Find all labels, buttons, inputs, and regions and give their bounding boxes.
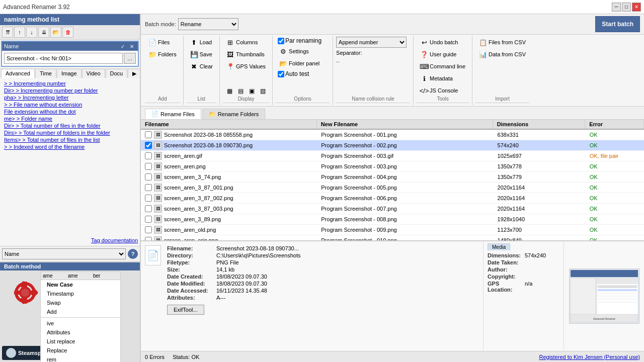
tab-video[interactable]: Video: [82, 69, 105, 78]
menu-columns-button[interactable]: ⊞ Columns: [223, 37, 269, 48]
method-incrementing-number-folder[interactable]: Dir> > Incrementing number per folder: [2, 87, 138, 94]
file-cell-newname: Program Screenshot - 007.png: [317, 205, 493, 213]
table-row[interactable]: 🖼 screen_aren_3_74.png Program Screensho…: [141, 172, 644, 183]
media-tab[interactable]: Media: [488, 243, 510, 250]
batch-menu-list-replace[interactable]: List replace: [41, 337, 120, 346]
name-browse-button[interactable]: …: [124, 53, 136, 64]
file-checkbox[interactable]: [145, 237, 152, 240]
filename-column-header[interactable]: Filename: [141, 120, 317, 129]
folder-panel-button[interactable]: 📂 Folder panel: [276, 58, 330, 69]
tab-time[interactable]: Time: [35, 69, 56, 78]
exif-tool-button[interactable]: ExifTool...: [167, 305, 204, 315]
name-input[interactable]: [4, 53, 123, 64]
move-up-button[interactable]: ↑: [14, 27, 25, 38]
close-button[interactable]: ✕: [632, 3, 641, 12]
method-filename-no-ext[interactable]: > > File name without extension: [2, 101, 138, 108]
js-console-button[interactable]: </> JS Console: [417, 85, 469, 96]
menu-folders-button[interactable]: 📁 Folders: [145, 49, 180, 60]
batch-menu-rem[interactable]: rem: [41, 355, 120, 362]
rename-folders-tab[interactable]: 📁 Rename Folders: [202, 109, 265, 119]
batch-menu-ive[interactable]: ive: [41, 319, 120, 328]
method-folder-name[interactable]: me> > Folder name: [2, 115, 138, 122]
tab-advanced[interactable]: Advanced: [1, 69, 35, 78]
metadata-button[interactable]: ℹ Metadata: [417, 73, 469, 84]
table-row[interactable]: 🖼 screen_aren_3_87_002.png Program Scree…: [141, 193, 644, 204]
file-checkbox[interactable]: [145, 173, 152, 180]
menu-files-button[interactable]: 📄 Files: [145, 37, 180, 48]
command-line-button[interactable]: ⌨ Command line: [417, 61, 469, 72]
append-number-select[interactable]: Append number: [336, 37, 407, 48]
tag-documentation-link[interactable]: Tag documentation: [91, 237, 138, 243]
table-row[interactable]: 🖼 screen_aren_orig.png Program Screensho…: [141, 235, 644, 240]
method-total-files-folder[interactable]: Dir> > Total number of files in the fold…: [2, 122, 138, 129]
open-folder-button[interactable]: 📂: [50, 27, 61, 38]
newname-column-header[interactable]: New Filename: [317, 120, 493, 129]
table-row[interactable]: 🖼 screen_aren.png Program Screenshot - 0…: [141, 161, 644, 172]
file-checkbox[interactable]: [145, 163, 152, 170]
file-checkbox[interactable]: [145, 131, 152, 138]
file-checkbox[interactable]: [145, 226, 152, 233]
tab-more[interactable]: ▶: [128, 69, 141, 78]
batch-menu-add[interactable]: Add: [41, 307, 120, 316]
file-checkbox[interactable]: [145, 195, 152, 202]
table-row[interactable]: 🖼 screen_aren_3_87_001.png Program Scree…: [141, 183, 644, 193]
start-batch-button[interactable]: Start batch: [595, 16, 640, 32]
auto-test-check[interactable]: Auto test: [276, 70, 330, 78]
file-cell-error: OK: [586, 194, 644, 202]
method-total-folders[interactable]: Dirs> > Total number of folders in the f…: [2, 129, 138, 136]
batch-mode-select[interactable]: Rename Copy Move: [178, 18, 238, 30]
help-button[interactable]: ?: [128, 249, 138, 259]
settings-button[interactable]: ⚙ Settings: [276, 46, 330, 57]
file-checkbox[interactable]: [145, 152, 152, 159]
undo-batch-button[interactable]: ↩ Undo batch: [417, 37, 469, 48]
display-icon-grid1[interactable]: ▦: [224, 86, 234, 96]
rename-files-tab[interactable]: 📄 Rename Files: [145, 109, 201, 119]
file-checkbox[interactable]: [145, 216, 152, 223]
move-top-button[interactable]: ⇈: [2, 27, 13, 38]
table-row[interactable]: 🖼 screen_aren_3_89.png Program Screensho…: [141, 214, 644, 225]
tab-docu[interactable]: Docu: [106, 69, 128, 78]
file-checkbox[interactable]: [145, 205, 152, 212]
batch-menu-swap[interactable]: Swap: [41, 298, 120, 307]
display-icon-grid3[interactable]: ▣: [247, 86, 257, 96]
name-form-confirm[interactable]: ✓: [119, 43, 127, 50]
move-down-button[interactable]: ↓: [26, 27, 37, 38]
menu-clear-button[interactable]: ✖ Clear: [187, 61, 216, 72]
tab-image[interactable]: Image: [57, 69, 82, 78]
batch-menu-replace[interactable]: Replace: [41, 346, 120, 355]
registered-link[interactable]: Registered to Kim Jensen (Personal use): [539, 354, 640, 360]
par-renaming-check[interactable]: Par renaming: [276, 37, 330, 45]
minimize-button[interactable]: ─: [612, 3, 621, 12]
maximize-button[interactable]: □: [622, 3, 631, 12]
table-row[interactable]: 🖼 screen_aren_3_87_003.png Program Scree…: [141, 204, 644, 214]
dimensions-column-header[interactable]: Dimensions: [493, 120, 585, 129]
error-column-header[interactable]: Error: [585, 120, 644, 129]
batch-menu-new-case[interactable]: New Case: [41, 280, 120, 289]
move-bottom-button[interactable]: ⇊: [38, 27, 49, 38]
menu-save-button[interactable]: 💾 Save: [187, 49, 216, 60]
file-checkbox[interactable]: [145, 184, 152, 191]
name-form-close[interactable]: ✕: [128, 43, 136, 50]
batch-menu-timestamp[interactable]: Timestamp: [41, 289, 120, 298]
table-row[interactable]: 🖼 screen_aren.gif Program Screenshot - 0…: [141, 151, 644, 161]
display-icon-grid2[interactable]: ▤: [235, 86, 246, 96]
table-row[interactable]: 🖼 Screenshot 2023-08-18 090730.png Progr…: [141, 140, 644, 151]
table-row[interactable]: 🖼 Screenshot 2023-08-18 085558.png Progr…: [141, 130, 644, 140]
menu-gps-button[interactable]: 📍 GPS Values: [223, 61, 269, 72]
data-from-csv-button[interactable]: 📊 Data from CSV: [475, 49, 529, 60]
method-indexed-word[interactable]: > > Indexed word of the filename: [2, 143, 138, 150]
files-from-csv-button[interactable]: 📋 Files from CSV: [475, 37, 529, 48]
batch-menu-attributes[interactable]: Attributes: [41, 328, 120, 337]
method-incrementing-letter[interactable]: pha> > Incrementing letter: [2, 94, 138, 101]
table-row[interactable]: 🖼 screen_aren_old.png Program Screenshot…: [141, 225, 644, 235]
menu-thumbnails-button[interactable]: 🖼 Thumbnails: [223, 49, 269, 60]
file-checkbox[interactable]: [145, 142, 152, 149]
name-method-dropdown[interactable]: Name: [2, 248, 126, 259]
method-incrementing-number[interactable]: > > Incrementing number: [2, 80, 138, 87]
method-file-extension[interactable]: File extension without the dot: [2, 108, 138, 115]
user-guide-button[interactable]: ❓ User guide: [417, 49, 469, 60]
menu-load-button[interactable]: ⬆ Load: [187, 37, 216, 48]
delete-button[interactable]: 🗑: [62, 27, 73, 38]
display-icon-grid4[interactable]: ▧: [258, 86, 268, 96]
method-total-files-list[interactable]: Items> > Total number of files in the li…: [2, 136, 138, 143]
